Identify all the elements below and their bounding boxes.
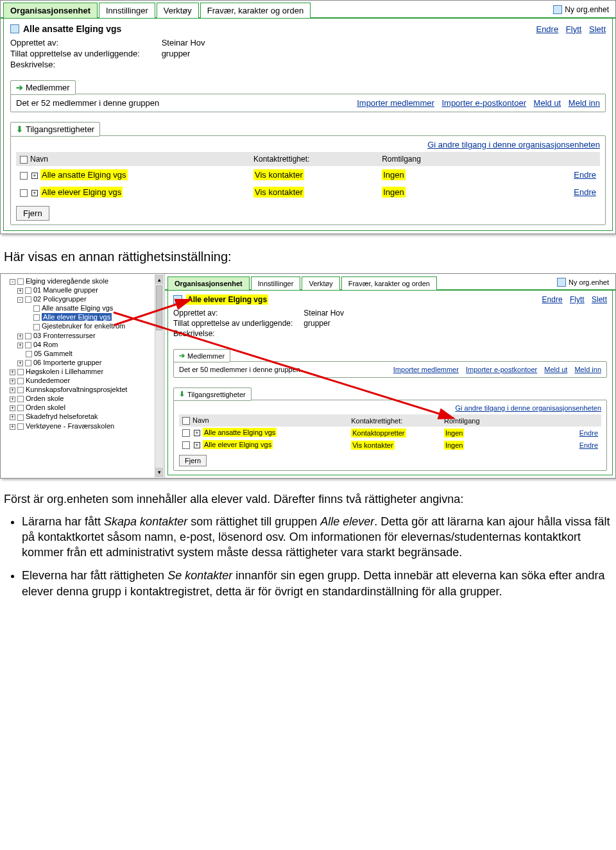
tree-checkbox[interactable]: [26, 351, 32, 357]
tree-checkbox[interactable]: [25, 296, 31, 303]
tree-checkbox[interactable]: [17, 278, 24, 285]
row-endre-link[interactable]: Endre: [574, 170, 596, 180]
importer-medlemmer-link-2[interactable]: Importer medlemmer: [393, 366, 459, 373]
importer-medlemmer-link[interactable]: Importer medlemmer: [357, 98, 434, 108]
tree-checkbox[interactable]: [33, 324, 40, 330]
tree-toggle-icon[interactable]: -: [10, 279, 15, 285]
tree-checkbox[interactable]: [17, 423, 24, 430]
tree-toggle-icon[interactable]: +: [10, 414, 15, 420]
tree-toggle-icon[interactable]: +: [10, 424, 15, 430]
gi-andre-tilgang-link[interactable]: Gi andre tilgang i denne organisasjonsen…: [427, 140, 600, 149]
tree-node[interactable]: Alle elever Elging vgs: [2, 312, 163, 321]
tab-verktoy[interactable]: Verktøy: [157, 3, 199, 18]
tree-checkbox[interactable]: [17, 396, 24, 402]
tree-node[interactable]: -02 Policygrupper: [2, 294, 163, 303]
scroll-down-button[interactable]: ▾: [155, 468, 163, 477]
select-all-checkbox-2[interactable]: [182, 417, 190, 425]
tree-node[interactable]: +Orden skole: [2, 394, 163, 403]
expand-icon[interactable]: +: [31, 173, 38, 179]
tree-checkbox[interactable]: [17, 387, 24, 393]
tree-checkbox[interactable]: [17, 369, 24, 375]
tree-toggle-icon[interactable]: +: [17, 343, 23, 348]
expand-icon[interactable]: +: [31, 190, 38, 196]
tree-checkbox[interactable]: [25, 360, 31, 366]
table-row: +Alle elever Elging vgsVis kontakterInge…: [179, 439, 601, 451]
tree-node[interactable]: +01 Manuelle grupper: [2, 285, 163, 294]
row-checkbox[interactable]: [20, 189, 28, 197]
tree-checkbox[interactable]: [17, 405, 24, 411]
tree-node[interactable]: Gjestebruker for enkeltrom: [2, 321, 163, 330]
tab2-fravar[interactable]: Fravær, karakter og orden: [341, 276, 437, 290]
tree-checkbox[interactable]: [25, 342, 31, 348]
tab-organisasjonsenhet[interactable]: Organisasjonsenhet: [3, 3, 98, 18]
tree-toggle-icon[interactable]: +: [10, 378, 15, 384]
tab-innstillinger[interactable]: Innstillinger: [99, 3, 155, 18]
row-checkbox[interactable]: [20, 172, 28, 180]
tree-node[interactable]: +Kunnskapsforvaltningsprosjektet: [2, 385, 163, 394]
medlemmer-tab[interactable]: ➔ Medlemmer: [10, 80, 76, 95]
expand-icon[interactable]: +: [194, 442, 200, 448]
slett-link-2[interactable]: Slett: [592, 295, 607, 304]
meld-inn-link-2[interactable]: Meld inn: [574, 366, 601, 373]
tree-toggle-icon[interactable]: +: [17, 288, 23, 294]
tree-node[interactable]: +04 Rom: [2, 340, 163, 349]
row-endre-link[interactable]: Endre: [579, 441, 598, 449]
flytt-link-2[interactable]: Flytt: [570, 295, 585, 304]
tilgang-tab-2[interactable]: ⬇ Tilgangsrettigheter: [173, 387, 252, 401]
tree-node[interactable]: +Skadefryd helseforetak: [2, 412, 163, 421]
tree-node[interactable]: +06 Importerte grupper: [2, 358, 163, 367]
tree-node[interactable]: +Kundedemoer: [2, 376, 163, 385]
tab2-organisasjonsenhet[interactable]: Organisasjonsenhet: [167, 276, 250, 290]
importer-epost-link-2[interactable]: Importer e-postkontoer: [466, 366, 537, 373]
tree-checkbox[interactable]: [17, 414, 24, 421]
tree-toggle-icon[interactable]: +: [10, 396, 15, 402]
fjern-button-2[interactable]: Fjern: [179, 455, 207, 466]
row-kontakt: Kontaktoppretter: [351, 429, 406, 438]
select-all-checkbox[interactable]: [20, 156, 28, 164]
tab-fravar[interactable]: Fravær, karakter og orden: [200, 3, 311, 18]
tree-toggle-icon[interactable]: -: [17, 297, 23, 303]
tab2-verktoy[interactable]: Verktøy: [302, 276, 339, 290]
meld-ut-link-2[interactable]: Meld ut: [544, 366, 567, 373]
meld-inn-link[interactable]: Meld inn: [569, 98, 600, 108]
tree-node[interactable]: +03 Fronterressurser: [2, 331, 163, 340]
tree-toggle-icon[interactable]: +: [17, 334, 23, 339]
title-actions: Endre Flytt Slett: [531, 24, 606, 34]
row-endre-link[interactable]: Endre: [574, 187, 596, 197]
ny-org-enhet-link-2[interactable]: Ny org.enhet: [553, 275, 613, 289]
meld-ut-link[interactable]: Meld ut: [534, 98, 561, 108]
tree-node[interactable]: Alle ansatte Elging vgs: [2, 303, 163, 312]
endre-link-2[interactable]: Endre: [542, 295, 563, 304]
scroll-up-button[interactable]: ▴: [155, 275, 163, 284]
row-endre-link[interactable]: Endre: [579, 429, 598, 437]
tab2-innstillinger[interactable]: Innstillinger: [251, 276, 301, 290]
medlemmer-tab-2[interactable]: ➔ Medlemmer: [173, 349, 230, 362]
tree-node[interactable]: +Verktøyene - Fraværsskolen: [2, 421, 163, 430]
endre-link[interactable]: Endre: [536, 24, 558, 34]
tree-node[interactable]: +Høgskolen i Lillehammer: [2, 367, 163, 376]
tree-checkbox[interactable]: [25, 333, 31, 339]
scroll-thumb[interactable]: [156, 285, 162, 330]
tree-checkbox[interactable]: [33, 314, 40, 321]
row-checkbox[interactable]: [182, 441, 190, 449]
fjern-button[interactable]: Fjern: [16, 206, 49, 221]
tree-checkbox[interactable]: [25, 287, 31, 294]
tree-checkbox[interactable]: [33, 305, 40, 312]
row-checkbox[interactable]: [182, 429, 190, 437]
flytt-link[interactable]: Flytt: [566, 24, 582, 34]
slett-link[interactable]: Slett: [589, 24, 606, 34]
tree-toggle-icon[interactable]: +: [10, 387, 15, 393]
ny-org-enhet-link[interactable]: Ny org.enhet: [549, 3, 613, 17]
tree-toggle-icon[interactable]: +: [17, 361, 23, 366]
tree-toggle-icon[interactable]: +: [10, 370, 15, 375]
tree-node[interactable]: 05 Gammelt: [2, 349, 163, 358]
tree-scrollbar[interactable]: ▴ ▾: [155, 275, 164, 477]
tree-toggle-icon[interactable]: +: [10, 405, 15, 411]
importer-epost-link[interactable]: Importer e-postkontoer: [441, 98, 526, 108]
gi-andre-tilgang-link-2[interactable]: Gi andre tilgang i denne organisasjonsen…: [456, 404, 602, 412]
tree-node[interactable]: +Orden skoleI: [2, 403, 163, 412]
tree-checkbox[interactable]: [17, 378, 24, 384]
tilgang-tab[interactable]: ⬇ Tilgangsrettigheter: [10, 122, 100, 137]
expand-icon[interactable]: +: [194, 430, 200, 436]
tree-node[interactable]: -Elging videregående skole: [2, 276, 163, 285]
